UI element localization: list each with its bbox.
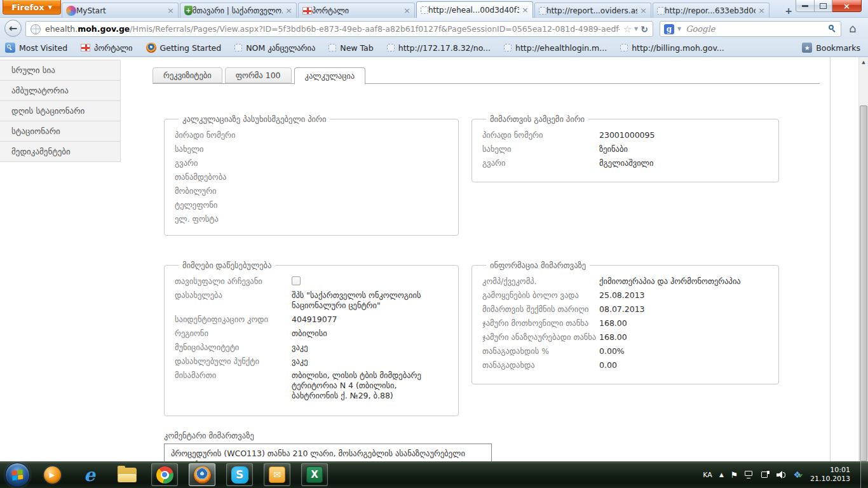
- google-chrome-taskbar-button[interactable]: [151, 463, 178, 486]
- search-engine-dropdown-icon[interactable]: ▼: [677, 26, 681, 32]
- show-desktop-button[interactable]: [860, 461, 868, 488]
- remove-hardware-icon[interactable]: [761, 471, 770, 478]
- fieldset-legend: მიმართვის გამცემი პირი: [486, 114, 588, 124]
- internet-explorer-taskbar-button[interactable]: e: [76, 463, 103, 486]
- field-value: ვაკე: [292, 342, 308, 353]
- field-row: პირადი ნომერი: [175, 130, 448, 140]
- browser-tab[interactable]: +მთავარი | საქართველო...×: [180, 3, 297, 18]
- taskbar-clock[interactable]: 10:01 21.10.2013: [810, 466, 850, 484]
- minimize-button[interactable]: [796, 0, 815, 12]
- content-tab[interactable]: კალკულაცია: [294, 67, 366, 85]
- field-label: გვარი: [482, 158, 599, 168]
- bookmark-items: Most VisitedპორტალიGetting StartedNOM კა…: [5, 43, 724, 53]
- system-tray: KA ▲ ⚑ ❖✔ 10:01 21.10.2013: [703, 461, 868, 488]
- field-label: მუნიციპალიტეტი: [175, 342, 292, 353]
- tray-expand-icon[interactable]: ▲: [719, 471, 724, 478]
- content-tab[interactable]: რეკვიზიტები: [153, 67, 222, 83]
- firefox-menu-button[interactable]: Firefox ▼: [3, 0, 61, 15]
- comment-textarea[interactable]: პროცედურის (WCO113) თანხა 210 ლარი, მოსა…: [164, 444, 492, 461]
- field-label: თანაგადახდის %: [482, 346, 599, 356]
- content-tab[interactable]: ფორმა 100: [225, 67, 292, 83]
- sidebar-nav: სრული სიაამბულატორიადღის სტაციონარისტაცი…: [0, 60, 121, 162]
- bookmark-item[interactable]: http://172.17.8.32/no...: [387, 43, 491, 53]
- taskbar-apps: ▶eS✉X: [39, 463, 328, 486]
- tab-close-icon[interactable]: ×: [758, 6, 765, 15]
- back-button[interactable]: ←: [4, 20, 22, 37]
- scrollbar-up-arrow[interactable]: ▲: [859, 57, 868, 67]
- field-value: 08.07.2013: [599, 304, 645, 315]
- dropbox-icon[interactable]: ❖✔: [793, 470, 801, 479]
- tab-close-icon[interactable]: ×: [522, 5, 529, 15]
- excel-taskbar-button[interactable]: X: [301, 463, 328, 486]
- sidebar-item[interactable]: სრული სია: [0, 60, 121, 81]
- field-row: სახელი: [175, 144, 448, 154]
- windows-explorer-taskbar-button[interactable]: [114, 463, 140, 486]
- dashed-icon: [387, 44, 395, 51]
- bookmarks-toolbar: Most VisitedპორტალიGetting StartedNOM კა…: [0, 39, 868, 57]
- new-tab-button[interactable]: +: [781, 5, 796, 17]
- tab-close-icon[interactable]: ×: [285, 6, 292, 15]
- page-viewport: სრული სიაამბულატორიადღის სტაციონარისტაცი…: [0, 57, 868, 461]
- browser-tab[interactable]: http://report...oviders.aspx×: [534, 3, 651, 18]
- field-row: ელ. ფოსტა: [175, 214, 448, 224]
- bookmark-star-icon[interactable]: ☆: [623, 24, 632, 35]
- field-value: 168.00: [599, 318, 627, 329]
- fieldset-legend: მიმღები დაწესებულება: [179, 261, 275, 270]
- browser-tab[interactable]: http://repor...633eb3d0c84×: [653, 3, 770, 18]
- language-indicator[interactable]: KA: [703, 471, 712, 479]
- reload-icon[interactable]: ↻: [641, 24, 648, 34]
- restore-button[interactable]: [815, 0, 832, 12]
- firefox-taskbar-button[interactable]: [189, 463, 215, 486]
- browser-tab[interactable]: http://eheal...00d3d40f3a1×: [416, 1, 533, 18]
- windows-media-player-taskbar-button[interactable]: ▶: [39, 463, 65, 486]
- scrollbar-thumb[interactable]: [860, 105, 867, 461]
- outlook-taskbar-button[interactable]: ✉: [264, 463, 290, 486]
- checkbox[interactable]: [292, 276, 301, 285]
- bookmark-item[interactable]: Most Visited: [5, 43, 67, 53]
- georgia-flag-icon: [81, 44, 90, 51]
- history-dropdown-icon[interactable]: ▼: [634, 26, 638, 32]
- tab-title: მთავარი | საქართველო...: [193, 6, 283, 15]
- bookmarks-menu-button[interactable]: ★ Bookmarks: [802, 43, 860, 53]
- start-button[interactable]: [5, 463, 30, 487]
- tab-close-icon[interactable]: ×: [403, 6, 410, 15]
- dashed-icon: [620, 44, 628, 51]
- bookmark-item[interactable]: http://billing.moh.gov...: [620, 43, 724, 53]
- close-button[interactable]: ×: [832, 0, 862, 12]
- search-input[interactable]: [684, 24, 825, 34]
- network-icon[interactable]: [745, 471, 754, 478]
- tab-close-icon[interactable]: ×: [640, 6, 647, 15]
- field-row: რეგიონითბილისი: [175, 329, 448, 339]
- url-bar[interactable]: ehealth.moh.gov.ge/Hmis/Referrals/Pages/…: [25, 21, 653, 37]
- bookmark-item[interactable]: New Tab: [329, 43, 373, 53]
- field-label: ელ. ფოსტა: [175, 214, 292, 224]
- bookmark-item[interactable]: Getting Started: [146, 43, 222, 53]
- action-center-flag-icon[interactable]: ⚑: [731, 471, 738, 479]
- skype-taskbar-button[interactable]: S: [226, 463, 253, 486]
- sidebar-item[interactable]: სტაციონარი: [0, 121, 121, 142]
- field-value: ქიმიოთერაპია და ჰორმონოთერაპია: [599, 276, 741, 287]
- dashed-icon: [329, 44, 336, 51]
- field-value: 0.00: [599, 360, 617, 370]
- search-icon[interactable]: [829, 25, 837, 33]
- tab-title: http://report...oviders.aspx: [546, 6, 637, 15]
- browser-tab[interactable]: პორტალი×: [298, 3, 415, 18]
- clock-date: 21.10.2013: [810, 475, 850, 484]
- tab-close-icon[interactable]: ×: [167, 6, 174, 15]
- field-label: სახელი: [175, 144, 292, 154]
- browser-tab[interactable]: MyStart×: [62, 3, 179, 18]
- bookmark-item[interactable]: http://ehealthlogin.m...: [504, 43, 607, 53]
- field-label: სახელი: [482, 144, 599, 154]
- google-chrome-icon: [156, 466, 173, 484]
- field-row: ჯამური მოთხოვნილი თანხა168.00: [482, 318, 768, 329]
- sidebar-item[interactable]: მედიკამენტები: [0, 142, 121, 162]
- sidebar-item[interactable]: ამბულატორია: [0, 81, 121, 101]
- dashed-icon: [504, 44, 512, 51]
- home-button[interactable]: ⌂: [849, 22, 856, 35]
- volume-icon[interactable]: [776, 471, 786, 479]
- bookmark-item[interactable]: NOM კანცელარია: [234, 43, 315, 53]
- sidebar-item[interactable]: დღის სტაციონარი: [0, 101, 121, 121]
- field-label: ჯამური მოთხოვნილი თანხა: [482, 318, 599, 329]
- google-search-engine-icon[interactable]: g: [664, 24, 674, 34]
- bookmark-item[interactable]: პორტალი: [81, 43, 132, 53]
